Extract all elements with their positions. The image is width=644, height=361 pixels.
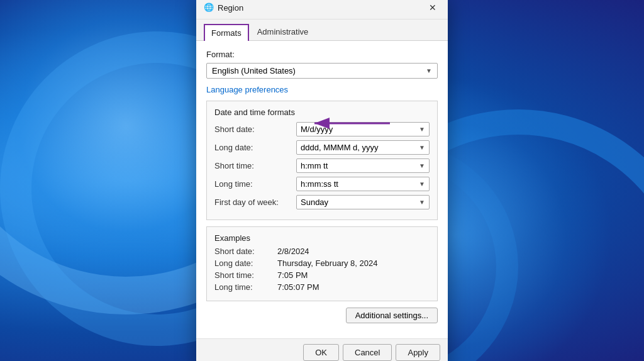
ok-button[interactable]: OK — [303, 344, 339, 361]
example-short-time-label: Short time: — [214, 270, 277, 280]
long-time-arrow-icon: ▼ — [419, 181, 425, 187]
short-date-label: Short date: — [214, 125, 296, 134]
long-date-select[interactable]: dddd, MMMM d, yyyy ▼ — [296, 140, 430, 155]
format-label: Format: — [206, 50, 438, 59]
first-day-row: First day of week: Sunday ▼ — [214, 195, 430, 209]
example-long-time-value: 7:05:07 PM — [277, 282, 319, 292]
dialog-footer: OK Cancel Apply — [196, 338, 448, 361]
date-time-formats-section: Date and time formats Short date: M/d/yy… — [206, 101, 438, 220]
short-time-value: h:mm tt — [301, 161, 328, 170]
example-short-time-row: Short time: 7:05 PM — [214, 270, 430, 280]
example-short-date-row: Short date: 2/8/2024 — [214, 247, 430, 256]
title-bar: 🌐 Region ✕ — [196, 0, 448, 19]
dialog-content: Format: English (United States) ▼ Langua… — [196, 41, 448, 338]
short-time-arrow-icon: ▼ — [419, 162, 425, 169]
short-date-value: M/d/yyyy — [301, 125, 333, 134]
close-button[interactable]: ✕ — [425, 0, 440, 15]
long-time-row: Long time: h:mm:ss tt ▼ — [214, 177, 430, 191]
example-long-date-row: Long date: Thursday, February 8, 2024 — [214, 258, 430, 268]
date-time-section-title: Date and time formats — [214, 108, 430, 117]
first-day-value: Sunday — [301, 197, 328, 207]
additional-settings-button[interactable]: Additional settings... — [346, 308, 438, 323]
example-long-date-value: Thursday, February 8, 2024 — [277, 258, 377, 268]
language-preferences-link[interactable]: Language preferences — [206, 85, 288, 94]
examples-section: Examples Short date: 2/8/2024 Long date:… — [206, 226, 438, 301]
example-long-time-label: Long time: — [214, 282, 277, 292]
short-date-select[interactable]: M/d/yyyy ▼ — [296, 122, 430, 136]
long-time-value: h:mm:ss tt — [301, 179, 338, 189]
format-selected-value: English (United States) — [212, 66, 296, 75]
long-date-row: Long date: dddd, MMMM d, yyyy ▼ — [214, 140, 430, 155]
long-date-arrow-icon: ▼ — [419, 144, 425, 151]
short-date-row: Short date: M/d/yyyy ▼ — [214, 122, 430, 136]
long-date-label: Long date: — [214, 143, 296, 152]
example-long-time-row: Long time: 7:05:07 PM — [214, 282, 430, 292]
short-time-row: Short time: h:mm tt ▼ — [214, 158, 430, 173]
example-short-date-label: Short date: — [214, 247, 277, 256]
tab-formats[interactable]: Formats — [204, 24, 249, 41]
short-date-arrow-icon: ▼ — [419, 126, 425, 133]
short-time-select[interactable]: h:mm tt ▼ — [296, 158, 430, 173]
cancel-button[interactable]: Cancel — [343, 344, 392, 361]
short-time-label: Short time: — [214, 161, 296, 170]
first-day-select[interactable]: Sunday ▼ — [296, 195, 430, 209]
long-time-label: Long time: — [214, 179, 296, 189]
dialog-title: Region — [218, 3, 243, 13]
long-time-select[interactable]: h:mm:ss tt ▼ — [296, 177, 430, 191]
region-dialog: 🌐 Region ✕ Formats Administrative Format… — [196, 0, 448, 361]
apply-button[interactable]: Apply — [396, 344, 440, 361]
example-short-time-value: 7:05 PM — [277, 270, 308, 280]
example-short-date-value: 2/8/2024 — [277, 247, 309, 256]
first-day-label: First day of week: — [214, 197, 296, 207]
example-long-date-label: Long date: — [214, 258, 277, 268]
first-day-arrow-icon: ▼ — [419, 199, 425, 206]
tab-administrative[interactable]: Administrative — [250, 23, 316, 40]
tab-bar: Formats Administrative — [196, 19, 448, 41]
dropdown-arrow-icon: ▼ — [426, 67, 432, 74]
long-date-value: dddd, MMMM d, yyyy — [301, 143, 379, 152]
format-dropdown[interactable]: English (United States) ▼ — [206, 63, 438, 79]
globe-icon: 🌐 — [204, 3, 214, 13]
additional-settings-container: Additional settings... — [206, 308, 438, 323]
examples-title: Examples — [214, 233, 430, 243]
title-bar-left: 🌐 Region — [204, 3, 243, 13]
